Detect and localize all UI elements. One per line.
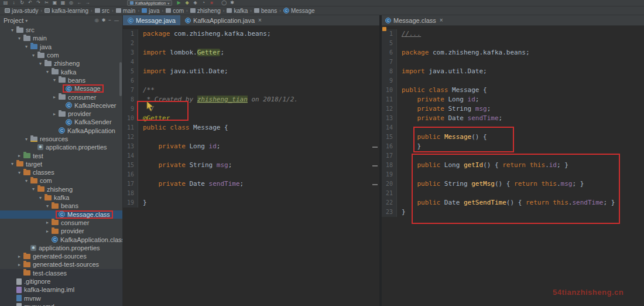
line-number[interactable]: 9 [123, 104, 138, 114]
line-number[interactable]: 11 [123, 123, 138, 132]
tree-caret-icon[interactable]: ▸ [16, 262, 22, 267]
code-line[interactable]: 5 [382, 39, 644, 48]
line-number[interactable]: 9 [382, 76, 397, 86]
run-icon[interactable]: ▶ [176, 0, 182, 6]
line-number[interactable]: 23 [382, 208, 397, 217]
editor-tab-message-class[interactable]: CMessage.class× [381, 15, 448, 25]
line-number[interactable]: 5 [123, 67, 138, 76]
project-panel-title[interactable]: Project ▾ [4, 17, 28, 24]
tree-caret-icon[interactable]: ▾ [23, 178, 29, 183]
tree-item-kafkaapplication[interactable]: CKafkaApplication [0, 127, 122, 135]
line-number[interactable]: 14 [123, 151, 138, 161]
code-line[interactable]: 22 public Date getSendTime() { return th… [382, 198, 644, 208]
tree-caret-icon[interactable]: ▸ [16, 153, 22, 158]
line-number[interactable]: 12 [382, 104, 397, 114]
tree-caret-icon[interactable]: ▾ [16, 170, 22, 175]
line-number[interactable]: 22 [382, 198, 397, 208]
tree-caret-icon[interactable]: ▾ [16, 36, 22, 41]
code-line[interactable]: 6package com.zhisheng.kafka.beans; [382, 48, 644, 57]
code-line[interactable]: 2 [123, 39, 379, 48]
tree-item-beans[interactable]: ▾beans [0, 76, 122, 84]
line-number[interactable]: 17 [123, 179, 138, 189]
code-line[interactable]: 8import java.util.Date; [382, 67, 644, 76]
code-line[interactable]: 6 [123, 76, 379, 86]
tree-caret-icon[interactable]: ▸ [16, 254, 22, 259]
tree-caret-icon[interactable]: ▸ [52, 94, 57, 100]
line-number[interactable]: 16 [123, 170, 138, 179]
tree-item-test[interactable]: ▸test [0, 151, 122, 159]
tree-caret-icon[interactable]: ▾ [52, 77, 57, 83]
open-project-icon[interactable]: ▤ [2, 0, 9, 6]
line-number[interactable]: 4 [123, 57, 138, 67]
line-number[interactable]: 14 [382, 123, 397, 132]
run-config-combo[interactable]: KafkaApplication ▾ [127, 0, 172, 6]
line-number[interactable]: 6 [123, 76, 138, 86]
line-number[interactable]: 1 [123, 29, 138, 39]
code-line[interactable]: 18 [123, 189, 379, 198]
tree-item-message-class[interactable]: CMessage.class [0, 210, 122, 219]
code-line[interactable]: 14 [123, 151, 379, 161]
code-line[interactable]: 4 [123, 57, 379, 67]
breadcrumb-item-com[interactable]: com [164, 8, 186, 14]
tree-caret-icon[interactable]: ▾ [30, 53, 36, 58]
tree-caret-icon[interactable]: ▸ [52, 111, 57, 117]
search-everywhere-icon[interactable]: ◯ [221, 0, 227, 6]
line-number[interactable]: 17 [382, 151, 397, 161]
tree-item-kafkaapplication-class[interactable]: CKafkaApplication.class [0, 235, 122, 243]
tree-item-com[interactable]: ▾com [0, 51, 122, 59]
tree-item-consumer[interactable]: ▸consumer [0, 93, 122, 101]
breadcrumb-item-kafka-learning[interactable]: kafka-learning [43, 8, 90, 14]
code-line[interactable]: 8 * Created by zhisheng_tian on 2018/1/2… [123, 95, 379, 104]
code-line[interactable]: 12 [123, 132, 379, 142]
code-line[interactable]: 9 */ [123, 104, 379, 114]
code-line[interactable]: 1package com.zhisheng.kafka.beans; [123, 29, 379, 39]
code-line[interactable]: 5import java.util.Date; [123, 67, 379, 76]
breadcrumb-item-java[interactable]: java [140, 8, 161, 14]
code-line[interactable]: 9 [382, 76, 644, 86]
code-line[interactable]: 10public class Message { [382, 86, 644, 95]
tree-item-mvnw[interactable]: mvnw [0, 294, 122, 302]
tree-item-provider[interactable]: ▸provider [0, 110, 122, 118]
sync-icon[interactable]: ↻ [19, 0, 25, 6]
tree-item-generated-sources[interactable]: ▸generated-sources [0, 252, 122, 260]
line-number[interactable]: 11 [382, 95, 397, 104]
tree-caret-icon[interactable]: ▾ [23, 137, 29, 142]
line-number[interactable]: 7 [382, 57, 397, 67]
undo-icon[interactable]: ↶ [27, 0, 33, 6]
line-number[interactable]: 13 [382, 114, 397, 123]
tree-caret-icon[interactable]: ▾ [23, 44, 29, 49]
editor-split-divider[interactable] [379, 15, 382, 306]
code-line[interactable]: 18 public Long getId() { return this.id;… [382, 161, 644, 170]
line-number[interactable]: 5 [382, 39, 397, 48]
line-number[interactable]: 7 [123, 86, 138, 95]
tree-scrollbar[interactable] [119, 62, 122, 96]
line-number[interactable]: 15 [123, 161, 138, 170]
debug-icon[interactable]: ◆ [184, 0, 190, 6]
tree-caret-icon[interactable]: ▸ [44, 229, 50, 234]
tree-caret-icon[interactable]: ▾ [37, 195, 43, 200]
tree-item-consumer[interactable]: ▸consumer [0, 219, 122, 227]
settings-icon[interactable]: ✱ [102, 18, 106, 23]
code-line[interactable]: 10@Getter [123, 114, 379, 123]
line-number[interactable]: 15 [382, 132, 397, 142]
breadcrumb-item-src[interactable]: src [93, 8, 111, 14]
tree-caret-icon[interactable]: ▾ [9, 161, 15, 166]
code-line[interactable]: 16 [123, 170, 379, 179]
right-editor-code[interactable]: 1//...56package com.zhisheng.kafka.beans… [382, 26, 644, 306]
code-line[interactable]: 19} [123, 198, 379, 208]
tree-item-message[interactable]: CMessage [0, 84, 122, 93]
code-line[interactable]: 23} [382, 208, 644, 217]
save-all-icon[interactable]: ↓ [11, 0, 17, 6]
code-line[interactable]: 11 private Long id; [382, 95, 644, 104]
line-number[interactable]: 8 [123, 95, 138, 104]
coverage-icon[interactable]: ◈ [192, 0, 198, 6]
breadcrumb-item-java-study[interactable]: java-study [3, 8, 40, 14]
editor-tab-message-java[interactable]: CMessage.java [123, 15, 180, 25]
collapse-all-icon[interactable]: − [108, 18, 111, 23]
code-line[interactable]: 17 private Date sendTime; [123, 179, 379, 189]
code-line[interactable]: 3import lombok.Getter; [123, 48, 379, 57]
code-line[interactable]: 15 public Message() { [382, 132, 644, 142]
tree-item-kafka[interactable]: ▾kafka [0, 67, 122, 76]
tree-caret-icon[interactable]: ▸ [44, 220, 50, 225]
paste-icon[interactable]: ▦ [60, 0, 66, 6]
